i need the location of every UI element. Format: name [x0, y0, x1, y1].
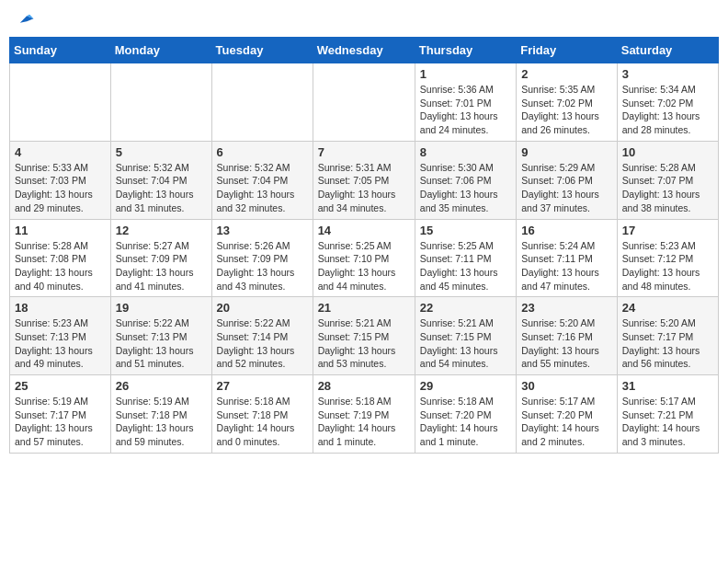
day-info: Sunrise: 5:32 AM Sunset: 7:04 PM Dayligh… — [217, 161, 308, 215]
calendar-cell: 5Sunrise: 5:32 AM Sunset: 7:04 PM Daylig… — [110, 141, 211, 219]
day-info: Sunrise: 5:33 AM Sunset: 7:03 PM Dayligh… — [15, 161, 106, 215]
calendar-week-row: 1Sunrise: 5:36 AM Sunset: 7:01 PM Daylig… — [10, 63, 719, 142]
calendar-cell: 17Sunrise: 5:23 AM Sunset: 7:12 PM Dayli… — [617, 219, 718, 297]
weekday-header: Tuesday — [211, 38, 313, 63]
day-info: Sunrise: 5:35 AM Sunset: 7:02 PM Dayligh… — [521, 83, 612, 137]
day-info: Sunrise: 5:28 AM Sunset: 7:07 PM Dayligh… — [622, 161, 713, 215]
calendar-cell — [211, 63, 313, 142]
day-number: 8 — [420, 145, 511, 159]
day-number: 4 — [15, 145, 106, 159]
calendar-cell: 14Sunrise: 5:25 AM Sunset: 7:10 PM Dayli… — [313, 219, 415, 297]
day-info: Sunrise: 5:22 AM Sunset: 7:13 PM Dayligh… — [116, 316, 207, 371]
day-info: Sunrise: 5:17 AM Sunset: 7:21 PM Dayligh… — [622, 395, 713, 449]
weekday-header: Thursday — [415, 38, 516, 63]
day-number: 27 — [217, 379, 308, 393]
day-number: 16 — [521, 224, 612, 237]
day-number: 21 — [318, 301, 410, 315]
calendar-cell: 6Sunrise: 5:32 AM Sunset: 7:04 PM Daylig… — [211, 141, 313, 219]
day-number: 5 — [116, 145, 207, 159]
calendar-week-row: 4Sunrise: 5:33 AM Sunset: 7:03 PM Daylig… — [10, 141, 719, 219]
calendar-cell: 23Sunrise: 5:20 AM Sunset: 7:16 PM Dayli… — [517, 297, 618, 375]
day-number: 6 — [217, 145, 308, 159]
calendar-cell: 30Sunrise: 5:17 AM Sunset: 7:20 PM Dayli… — [517, 375, 618, 454]
day-info: Sunrise: 5:17 AM Sunset: 7:20 PM Dayligh… — [521, 395, 612, 449]
calendar-cell: 28Sunrise: 5:18 AM Sunset: 7:19 PM Dayli… — [313, 375, 415, 454]
day-info: Sunrise: 5:18 AM Sunset: 7:20 PM Dayligh… — [420, 395, 511, 449]
day-info: Sunrise: 5:28 AM Sunset: 7:08 PM Dayligh… — [15, 239, 106, 293]
day-info: Sunrise: 5:34 AM Sunset: 7:02 PM Dayligh… — [622, 83, 713, 137]
day-number: 3 — [622, 67, 713, 81]
calendar-cell — [110, 63, 211, 142]
calendar-cell: 11Sunrise: 5:28 AM Sunset: 7:08 PM Dayli… — [10, 219, 111, 297]
day-number: 23 — [521, 301, 612, 315]
day-info: Sunrise: 5:20 AM Sunset: 7:17 PM Dayligh… — [622, 316, 713, 371]
day-info: Sunrise: 5:31 AM Sunset: 7:05 PM Dayligh… — [318, 161, 410, 215]
day-info: Sunrise: 5:21 AM Sunset: 7:15 PM Dayligh… — [420, 316, 511, 371]
day-number: 13 — [217, 224, 308, 237]
calendar-cell: 1Sunrise: 5:36 AM Sunset: 7:01 PM Daylig… — [415, 63, 516, 142]
calendar-cell: 16Sunrise: 5:24 AM Sunset: 7:11 PM Dayli… — [517, 219, 618, 297]
day-number: 25 — [15, 379, 106, 393]
day-info: Sunrise: 5:25 AM Sunset: 7:10 PM Dayligh… — [318, 239, 410, 293]
calendar-cell: 2Sunrise: 5:35 AM Sunset: 7:02 PM Daylig… — [517, 63, 618, 142]
day-number: 24 — [622, 301, 713, 315]
day-number: 26 — [116, 379, 207, 393]
calendar-week-row: 25Sunrise: 5:19 AM Sunset: 7:17 PM Dayli… — [10, 375, 719, 454]
calendar-cell: 4Sunrise: 5:33 AM Sunset: 7:03 PM Daylig… — [10, 141, 111, 219]
logo — [13, 9, 35, 29]
day-number: 19 — [116, 301, 207, 315]
calendar-cell: 21Sunrise: 5:21 AM Sunset: 7:15 PM Dayli… — [313, 297, 415, 375]
calendar-cell: 10Sunrise: 5:28 AM Sunset: 7:07 PM Dayli… — [617, 141, 718, 219]
day-info: Sunrise: 5:23 AM Sunset: 7:13 PM Dayligh… — [15, 316, 106, 371]
day-info: Sunrise: 5:30 AM Sunset: 7:06 PM Dayligh… — [420, 161, 511, 215]
calendar-cell: 7Sunrise: 5:31 AM Sunset: 7:05 PM Daylig… — [313, 141, 415, 219]
day-number: 22 — [420, 301, 511, 315]
calendar-cell: 25Sunrise: 5:19 AM Sunset: 7:17 PM Dayli… — [10, 375, 111, 454]
calendar-cell: 18Sunrise: 5:23 AM Sunset: 7:13 PM Dayli… — [10, 297, 111, 375]
day-info: Sunrise: 5:29 AM Sunset: 7:06 PM Dayligh… — [521, 161, 612, 215]
day-info: Sunrise: 5:18 AM Sunset: 7:18 PM Dayligh… — [217, 395, 308, 449]
day-number: 18 — [15, 301, 106, 315]
logo-bird-icon — [15, 9, 35, 29]
day-number: 10 — [622, 145, 713, 159]
weekday-header: Sunday — [10, 38, 111, 63]
calendar-cell: 20Sunrise: 5:22 AM Sunset: 7:14 PM Dayli… — [211, 297, 313, 375]
calendar-cell: 27Sunrise: 5:18 AM Sunset: 7:18 PM Dayli… — [211, 375, 313, 454]
calendar-cell: 3Sunrise: 5:34 AM Sunset: 7:02 PM Daylig… — [617, 63, 718, 142]
calendar-week-row: 11Sunrise: 5:28 AM Sunset: 7:08 PM Dayli… — [10, 219, 719, 297]
day-number: 20 — [217, 301, 308, 315]
day-number: 28 — [318, 379, 410, 393]
day-number: 15 — [420, 224, 511, 237]
day-number: 17 — [622, 224, 713, 237]
calendar-cell: 26Sunrise: 5:19 AM Sunset: 7:18 PM Dayli… — [110, 375, 211, 454]
day-info: Sunrise: 5:26 AM Sunset: 7:09 PM Dayligh… — [217, 239, 308, 293]
day-number: 31 — [622, 379, 713, 393]
day-number: 11 — [15, 224, 106, 237]
day-number: 1 — [420, 67, 511, 81]
calendar-cell: 29Sunrise: 5:18 AM Sunset: 7:20 PM Dayli… — [415, 375, 516, 454]
day-number: 12 — [116, 224, 207, 237]
day-number: 2 — [521, 67, 612, 81]
day-info: Sunrise: 5:18 AM Sunset: 7:19 PM Dayligh… — [318, 395, 410, 449]
calendar-header-row: SundayMondayTuesdayWednesdayThursdayFrid… — [10, 38, 719, 63]
calendar-cell: 31Sunrise: 5:17 AM Sunset: 7:21 PM Dayli… — [617, 375, 718, 454]
calendar-cell: 22Sunrise: 5:21 AM Sunset: 7:15 PM Dayli… — [415, 297, 516, 375]
day-number: 14 — [318, 224, 410, 237]
calendar-cell: 19Sunrise: 5:22 AM Sunset: 7:13 PM Dayli… — [110, 297, 211, 375]
day-info: Sunrise: 5:27 AM Sunset: 7:09 PM Dayligh… — [116, 239, 207, 293]
calendar-cell: 13Sunrise: 5:26 AM Sunset: 7:09 PM Dayli… — [211, 219, 313, 297]
day-info: Sunrise: 5:19 AM Sunset: 7:17 PM Dayligh… — [15, 395, 106, 449]
calendar-cell — [10, 63, 111, 142]
day-info: Sunrise: 5:36 AM Sunset: 7:01 PM Dayligh… — [420, 83, 511, 137]
day-info: Sunrise: 5:32 AM Sunset: 7:04 PM Dayligh… — [116, 161, 207, 215]
day-info: Sunrise: 5:22 AM Sunset: 7:14 PM Dayligh… — [217, 316, 308, 371]
calendar-table: SundayMondayTuesdayWednesdayThursdayFrid… — [9, 37, 719, 454]
day-number: 7 — [318, 145, 410, 159]
weekday-header: Wednesday — [313, 38, 415, 63]
calendar-cell: 12Sunrise: 5:27 AM Sunset: 7:09 PM Dayli… — [110, 219, 211, 297]
day-number: 29 — [420, 379, 511, 393]
day-number: 30 — [521, 379, 612, 393]
page-header — [9, 9, 719, 29]
weekday-header: Monday — [110, 38, 211, 63]
day-number: 9 — [521, 145, 612, 159]
